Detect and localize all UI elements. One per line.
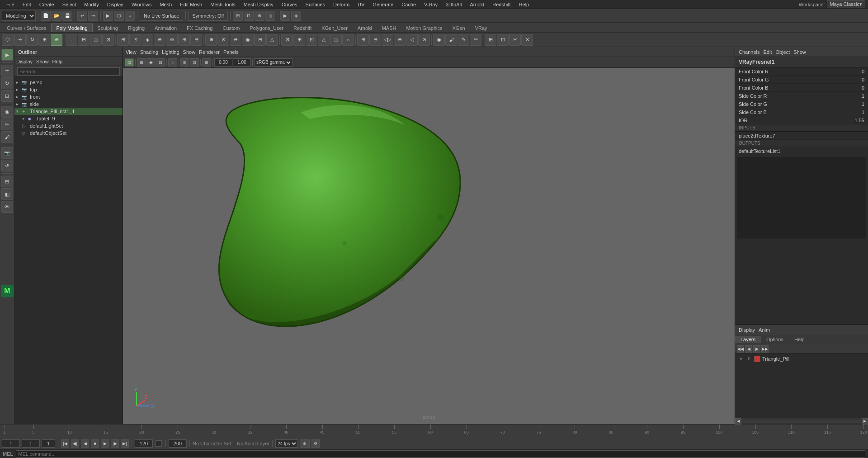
tree-item-triangle-pill[interactable]: ▾ ✦ Triangle_Pill_nct1_1 [14, 108, 123, 115]
menu-create[interactable]: Create [36, 1, 58, 8]
tree-item-persp[interactable]: ▸ 📷 persp [14, 79, 123, 86]
tab-rigging[interactable]: Rigging [123, 24, 150, 32]
menu-cache[interactable]: Cache [398, 1, 420, 8]
paint-tool[interactable]: 🖌 [1, 131, 13, 143]
sculpt-btn[interactable]: ✏ [470, 34, 481, 46]
vp-menu-view[interactable]: View [126, 49, 137, 55]
layer-nav-next[interactable]: ▶ [753, 345, 760, 353]
split-btn[interactable]: ⊗ [166, 34, 178, 46]
uv-cut-btn[interactable]: ✂ [509, 34, 521, 46]
prev-key-btn[interactable]: |◀ [61, 439, 69, 448]
cb-channels-menu[interactable]: Channels [739, 49, 760, 55]
uv-layout-btn[interactable]: ⊡ [497, 34, 509, 46]
fill-hole-btn[interactable]: ⊡ [306, 34, 317, 46]
le-display-menu[interactable]: Display [739, 327, 755, 333]
menu-display[interactable]: Display [104, 1, 127, 8]
layer-nav-prev-prev[interactable]: ◀◀ [737, 345, 744, 353]
scroll-track[interactable] [742, 420, 861, 423]
snap-grid-btn[interactable]: ⊞ [233, 11, 243, 21]
viewport[interactable]: View Shading Lighting Show Renderer Pane… [123, 47, 735, 424]
move-btn[interactable]: ✛ [14, 34, 26, 46]
layer-scrollbar[interactable]: ◀ ▶ [735, 418, 868, 424]
mode-selector[interactable]: Modeling [2, 11, 36, 21]
cb-row-ior[interactable]: IOR 1.55 [735, 116, 868, 124]
menu-uv[interactable]: UV [354, 1, 368, 8]
tab-fx-caching[interactable]: FX Caching [182, 24, 217, 32]
tree-item-front[interactable]: ▸ 📷 front [14, 93, 123, 100]
tree-item-tablet9[interactable]: ▸ ■ Tablet_9 [14, 115, 123, 122]
menu-mesh[interactable]: Mesh [156, 1, 175, 8]
soft-select-btn[interactable]: ◉ [433, 34, 445, 46]
render-region-btn[interactable]: ◧ [1, 188, 13, 200]
bridge-btn[interactable]: ⊡ [129, 34, 141, 46]
menu-select[interactable]: Select [59, 1, 80, 8]
tab-mash[interactable]: MASH [377, 24, 401, 32]
tab-xgen[interactable]: XGen [448, 24, 470, 32]
render-btn[interactable]: ▶ [280, 11, 290, 21]
key-settings-btn[interactable]: ⚙ [311, 439, 320, 448]
offset-loop-btn[interactable]: ⊟ [369, 34, 381, 46]
scroll-left-btn[interactable]: ◀ [735, 418, 741, 425]
soft-mod-tool[interactable]: ◉ [1, 106, 13, 118]
menu-modify[interactable]: Modify [80, 1, 102, 8]
tab-sculpting[interactable]: Sculpting [93, 24, 123, 32]
outliner-display-menu[interactable]: Display [16, 59, 33, 64]
uvset-mode-btn[interactable]: ⊠ [102, 34, 114, 46]
cb-input-place2d[interactable]: place2dTexture7 [735, 132, 868, 140]
vp-value2-input[interactable] [233, 58, 251, 67]
orbit-tool[interactable]: ↺ [1, 160, 13, 172]
loopcut-btn[interactable]: ⊟ [190, 34, 202, 46]
le-tab-layers[interactable]: Layers [735, 336, 761, 343]
menu-surfaces[interactable]: Surfaces [302, 1, 329, 8]
grid-display-btn[interactable]: ⊞ [1, 176, 13, 187]
mel-input[interactable] [16, 450, 865, 458]
menu-help[interactable]: Help [515, 1, 533, 8]
outliner-help-menu[interactable]: Help [52, 59, 63, 64]
next-key-btn[interactable]: ▶| [121, 439, 129, 448]
redo-btn[interactable]: ↪ [88, 11, 98, 21]
tab-motion-graphics[interactable]: Motion Graphics [401, 24, 447, 32]
menu-edit-mesh[interactable]: Edit Mesh [176, 1, 206, 8]
move-tool[interactable]: ✛ [1, 65, 13, 76]
snap-surface-btn[interactable]: ◇ [265, 11, 275, 21]
menu-windows[interactable]: Windows [128, 1, 156, 8]
create-poly-btn[interactable]: △ [318, 34, 330, 46]
cb-row-side-r[interactable]: Side Color R 1 [735, 92, 868, 100]
wedge-btn[interactable]: ◁ [406, 34, 418, 46]
scroll-right-btn[interactable]: ▶ [862, 418, 868, 425]
layer-vis-p[interactable]: P [746, 356, 752, 362]
tree-item-side[interactable]: ▸ 📷 side [14, 100, 123, 108]
menu-arnold[interactable]: Arnold [466, 1, 488, 8]
open-btn[interactable]: 📂 [52, 11, 61, 21]
quad-draw-btn[interactable]: ⊠ [281, 34, 293, 46]
menu-3dto[interactable]: 3DtoAll [442, 1, 465, 8]
rotate-btn[interactable]: ↻ [26, 34, 38, 46]
layer-row-triangle-pill[interactable]: V P Triangle_Pill [736, 355, 867, 363]
mirror-btn[interactable]: ⊟ [254, 34, 266, 46]
end-frame-input[interactable] [135, 439, 153, 448]
extrude-btn[interactable]: ⊞ [117, 34, 129, 46]
play-back-btn[interactable]: ◀ [81, 439, 89, 448]
scale-tool[interactable]: ⊞ [1, 90, 13, 102]
camera-tool[interactable]: 📷 [1, 147, 13, 159]
boolean-btn[interactable]: ⊖ [230, 34, 241, 46]
new-file-btn[interactable]: 📄 [41, 11, 51, 21]
cb-object-menu[interactable]: Object [775, 49, 790, 55]
cb-edit-menu[interactable]: Edit [763, 49, 772, 55]
cleanup-btn[interactable]: ✕ [521, 34, 533, 46]
vp-grid-btn[interactable]: ⊞ [202, 58, 211, 67]
le-anim-menu[interactable]: Anim [759, 327, 770, 333]
slide-edge-btn[interactable]: ◁▷ [382, 34, 393, 46]
vp-menu-show[interactable]: Show [183, 49, 196, 55]
vp-shaded-wire-btn[interactable]: ⊡ [156, 58, 165, 67]
rotate-tool[interactable]: ↻ [1, 77, 13, 89]
layer-vis-v[interactable]: V [738, 356, 744, 362]
universal-manip-btn[interactable]: ⊕ [51, 34, 62, 46]
tab-redshift[interactable]: Redshift [288, 24, 316, 32]
outliner-search-input[interactable] [17, 67, 120, 76]
scale-btn[interactable]: ⊞ [38, 34, 50, 46]
le-tab-options[interactable]: Options [761, 336, 789, 343]
smooth-btn[interactable]: ◉ [242, 34, 254, 46]
cb-row-side-b[interactable]: Side Color B 1 [735, 108, 868, 116]
menu-generate[interactable]: Generate [369, 1, 397, 8]
